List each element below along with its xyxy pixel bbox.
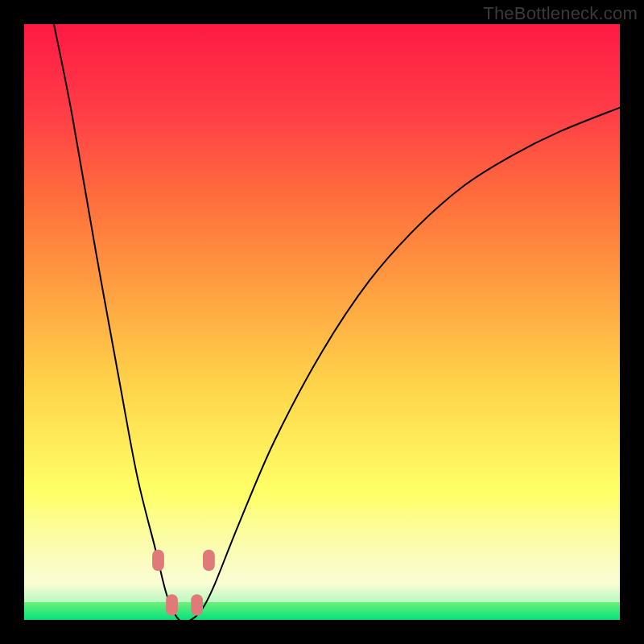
curve-marker [203, 550, 215, 572]
curve-marker [166, 594, 178, 616]
curve-marker [191, 594, 203, 616]
plot-area [24, 24, 620, 620]
curve-marker [152, 550, 164, 572]
chart-frame: TheBottleneck.com [0, 0, 644, 644]
attribution-label: TheBottleneck.com [483, 3, 638, 24]
bottleneck-curve [24, 24, 620, 620]
curve-path [54, 24, 620, 620]
